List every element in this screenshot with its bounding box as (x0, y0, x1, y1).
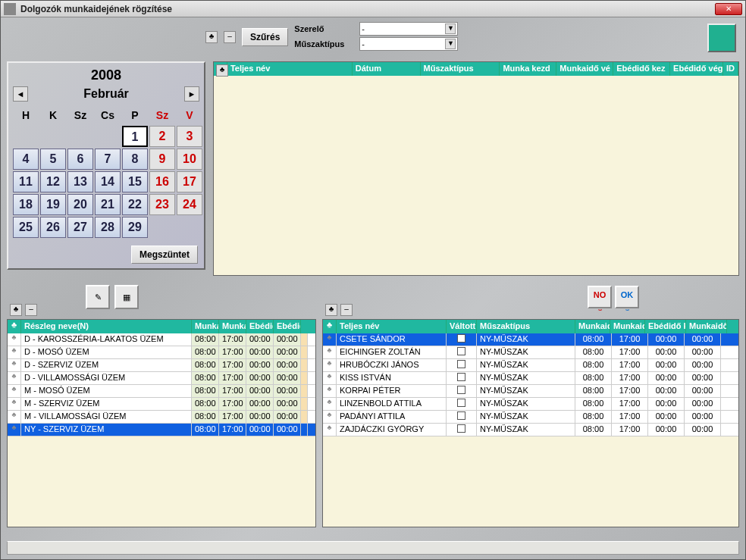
column-header[interactable]: Dátum (353, 62, 421, 76)
column-header[interactable]: Munka kezd (500, 62, 556, 76)
calendar-day[interactable]: 5 (40, 149, 66, 170)
checkbox-cell[interactable] (447, 359, 477, 371)
column-header[interactable]: Munkaid (575, 320, 610, 333)
table-row[interactable]: ♣D - VILLAMOSSÁGI ÜZEM08:0017:0000:0000:… (8, 372, 315, 385)
calendar-prev-button[interactable]: ◄ (13, 86, 28, 102)
ok-button[interactable]: OK⌣ (615, 286, 639, 308)
calendar-day[interactable]: 8 (122, 149, 148, 170)
time-cell: 17:00 (219, 372, 246, 384)
left-grid-collapse-button[interactable]: – (25, 304, 37, 316)
dropdown-szerelo[interactable]: - ▼ (359, 22, 458, 36)
table-row[interactable]: ♣NY - SZERVIZ ÜZEM08:0017:0000:0000:00 (8, 424, 315, 436)
no-button[interactable]: NO⌣ (588, 286, 612, 308)
time-cell: 17:00 (219, 359, 246, 371)
calendar-day[interactable]: 22 (122, 194, 148, 215)
calendar-day[interactable]: 29 (122, 217, 148, 238)
calendar-day[interactable]: 14 (95, 171, 121, 192)
calendar-day[interactable]: 13 (67, 171, 93, 192)
checkbox-cell[interactable] (447, 346, 477, 358)
tree-icon[interactable]: ♣ (8, 320, 21, 333)
top-grid-tree-button[interactable]: ♣ (216, 64, 228, 77)
column-header[interactable]: Teljes név (337, 320, 447, 333)
table-row[interactable]: ♣CSETE SÁNDORNY-MŰSZAK08:0017:0000:0000:… (323, 333, 738, 346)
calendar-day[interactable]: 18 (13, 194, 39, 215)
dept-name-cell: D - SZERVIZ ÜZEM (21, 359, 192, 371)
calendar-day[interactable]: 7 (95, 149, 121, 170)
column-header[interactable]: Műszaktípus (421, 62, 500, 76)
column-header[interactable]: Ebédid (274, 320, 301, 333)
calendar-day[interactable]: 16 (149, 171, 175, 192)
calendar-day[interactable]: 9 (149, 149, 175, 170)
table-row[interactable]: ♣M - SZERVIZ ÜZEM08:0017:0000:0000:00 (8, 398, 315, 411)
table-row[interactable]: ♣PADÁNYI ATTILANY-MŰSZAK08:0017:0000:000… (323, 411, 738, 424)
table-row[interactable]: ♣D - KAROSSZÉRIA-LAKATOS ÜZEM08:0017:000… (8, 333, 315, 346)
column-header[interactable]: Munka (219, 320, 246, 333)
checkbox-cell[interactable] (447, 424, 477, 436)
column-header[interactable]: Munkaid (610, 320, 645, 333)
calendar-day[interactable]: 25 (13, 217, 39, 238)
column-header[interactable]: Ebédid (246, 320, 274, 333)
checkbox-cell[interactable] (447, 411, 477, 423)
table-row[interactable]: ♣D - MOSÓ ÜZEM08:0017:0000:0000:00 (8, 346, 315, 359)
calendar-day[interactable]: 24 (177, 194, 202, 215)
column-header[interactable]: Ebédidő kez (613, 62, 670, 76)
dropdown-muszaktipus[interactable]: - ▼ (359, 37, 458, 51)
column-header[interactable]: Teljes név (227, 62, 353, 76)
calendar-day[interactable]: 3 (177, 126, 202, 147)
calendar-day[interactable]: 28 (95, 217, 121, 238)
tree-icon[interactable]: ♣ (323, 320, 337, 333)
calendar-day[interactable]: 17 (177, 171, 202, 192)
time-cell: 00:00 (246, 359, 274, 371)
checkbox-cell[interactable] (447, 398, 477, 410)
calendar-day[interactable]: 15 (122, 171, 148, 192)
table-row[interactable]: ♣ZAJDÁCZKI GYÖRGYNY-MŰSZAK08:0017:0000:0… (323, 424, 738, 436)
time-cell: 00:00 (685, 372, 721, 384)
column-header[interactable]: Munkaidő vé (556, 62, 613, 76)
column-header[interactable]: Ebédidő vég (670, 62, 723, 76)
table-row[interactable]: ♣D - SZERVIZ ÜZEM08:0017:0000:0000:00 (8, 359, 315, 372)
schedule-icon-button[interactable]: ✎ (86, 285, 110, 309)
calendar-day[interactable]: 1 (122, 126, 148, 147)
calendar-day[interactable]: 2 (149, 126, 175, 147)
calendar-day[interactable]: 4 (13, 149, 39, 170)
left-grid-expand-button[interactable]: ♣ (10, 304, 22, 316)
table-row[interactable]: ♣KISS ISTVÁNNY-MŰSZAK08:0017:0000:0000:0… (323, 372, 738, 385)
table-row[interactable]: ♣KORPAI PÉTERNY-MŰSZAK08:0017:0000:0000:… (323, 385, 738, 398)
calendar-grid: HKSzCsPSzV123456789101112131415161718192… (11, 103, 201, 241)
column-header[interactable]: Ebédidő k (645, 320, 686, 333)
checkbox-cell[interactable] (447, 333, 477, 346)
table-row[interactable]: ♣LINZENBOLD ATTILANY-MŰSZAK08:0017:0000:… (323, 398, 738, 411)
tree-expand-button[interactable]: ♣ (205, 31, 218, 43)
table-row[interactable]: ♣HRUBÓCZKI JÁNOSNY-MŰSZAK08:0017:0000:00… (323, 359, 738, 372)
column-header[interactable]: ID (723, 62, 738, 76)
column-header[interactable]: Váltott (447, 320, 477, 333)
calendar-day[interactable]: 21 (95, 194, 121, 215)
column-header[interactable]: Részleg neve(N) (21, 320, 192, 333)
close-button[interactable]: ✕ (715, 3, 742, 15)
calendar-icon-button[interactable]: ▦ (114, 285, 139, 309)
column-header[interactable]: Munkaidő (686, 320, 727, 333)
calendar-day[interactable]: 23 (149, 194, 175, 215)
checkbox-cell[interactable] (447, 372, 477, 384)
table-row[interactable]: ♣M - MOSÓ ÜZEM08:0017:0000:0000:00 (8, 385, 315, 398)
calendar-day[interactable]: 6 (67, 149, 93, 170)
checkbox-cell[interactable] (447, 385, 477, 397)
table-row[interactable]: ♣EICHINGER ZOLTÁNNY-MŰSZAK08:0017:0000:0… (323, 346, 738, 359)
table-row[interactable]: ♣M - VILLAMOSSÁGI ÜZEM08:0017:0000:0000:… (8, 411, 315, 424)
tree-collapse-button[interactable]: – (224, 31, 236, 43)
right-grid-expand-button[interactable]: ♣ (325, 304, 337, 316)
right-grid-collapse-button[interactable]: – (340, 304, 353, 316)
calendar-next-button[interactable]: ► (184, 86, 199, 102)
calendar-day[interactable]: 10 (177, 149, 202, 170)
calendar-day[interactable]: 19 (40, 194, 66, 215)
calendar-day[interactable]: 11 (13, 171, 39, 192)
calendar-day[interactable]: 26 (40, 217, 66, 238)
calendar-day[interactable]: 12 (40, 171, 66, 192)
calendar-day[interactable]: 27 (67, 217, 93, 238)
column-header[interactable]: Munka (192, 320, 219, 333)
column-header[interactable]: Műszaktípus (477, 320, 575, 333)
filter-button[interactable]: Szűrés (242, 28, 288, 46)
calendar-cancel-button[interactable]: Megszüntet (131, 246, 198, 264)
edit-button[interactable] (707, 23, 736, 52)
calendar-day[interactable]: 20 (67, 194, 93, 215)
